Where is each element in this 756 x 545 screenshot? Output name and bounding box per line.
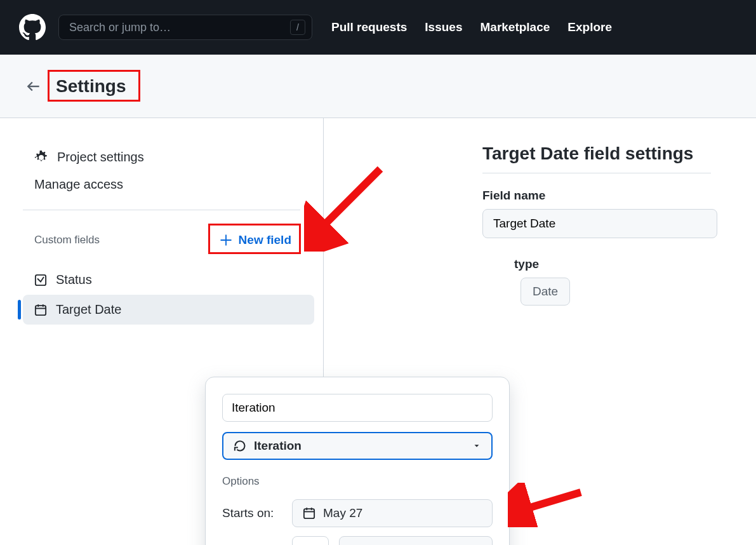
starts-on-label: Starts on: [222,506,282,520]
svg-rect-1 [36,274,46,285]
field-item-status[interactable]: Status [0,265,323,295]
search-shortcut-key: / [290,20,305,35]
search-placeholder: Search or jump to… [69,21,171,34]
sidebar-item-manage-access[interactable]: Manage access [0,171,323,198]
field-type-label: type [514,257,711,271]
field-type-select-value: Iteration [254,439,302,453]
field-name-label: Field name [482,189,711,203]
gear-icon [34,151,48,165]
new-field-label: New field [239,233,291,247]
field-name-input[interactable] [482,209,717,238]
duration-number-input[interactable] [292,536,329,545]
field-type-select[interactable]: Iteration [222,432,493,460]
page-title: Settings [51,75,131,98]
new-field-name-input[interactable] [222,394,493,422]
single-select-icon [34,274,47,286]
sidebar-item-label: Manage access [34,177,123,192]
new-field-button[interactable]: New field [213,229,298,251]
svg-rect-2 [36,306,46,315]
sidebar-item-project-settings[interactable]: Project settings [0,144,323,171]
starts-on-row: Starts on: May 27 [222,499,493,527]
options-label: Options [222,475,493,488]
github-logo-icon[interactable] [19,14,46,41]
chevron-down-icon [472,441,481,450]
back-arrow-icon[interactable] [25,78,42,95]
plus-icon [220,234,232,246]
duration-unit-select[interactable]: weeks [339,536,493,545]
calendar-icon [303,507,315,520]
search-input[interactable]: Search or jump to… / [58,15,312,40]
field-list: Status Target Date [0,265,323,325]
field-type-text: Date [533,285,558,299]
sidebar-item-label: Project settings [57,150,144,165]
nav-pull-requests[interactable]: Pull requests [331,20,407,34]
new-field-popover: Iteration Options Starts on: May 27 Dura… [205,377,510,545]
top-navbar: Search or jump to… / Pull requests Issue… [0,0,756,55]
custom-fields-label: Custom fields [34,234,100,246]
calendar-icon [34,304,47,316]
iteration-icon [234,440,246,452]
duration-row: Duration: weeks [222,536,493,545]
starts-on-date-button[interactable]: May 27 [292,499,493,527]
field-type-value: Date [521,278,570,306]
starts-on-value: May 27 [323,506,362,520]
svg-rect-6 [304,509,314,518]
nav-marketplace[interactable]: Marketplace [480,20,550,34]
field-item-label: Target Date [56,302,121,317]
settings-header: Settings [0,55,756,118]
custom-fields-header: Custom fields New field [0,210,323,262]
nav-issues[interactable]: Issues [425,20,462,34]
nav-explore[interactable]: Explore [567,20,612,34]
field-item-target-date[interactable]: Target Date [23,295,314,325]
field-item-label: Status [56,272,92,287]
panel-title: Target Date field settings [482,144,711,173]
nav-links: Pull requests Issues Marketplace Explore [331,20,612,34]
